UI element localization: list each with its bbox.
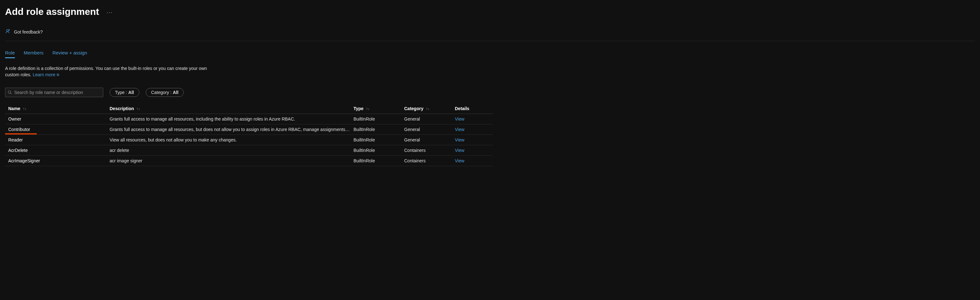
column-header-type[interactable]: Type↑↓: [353, 106, 404, 111]
role-description: Grants full access to manage all resourc…: [110, 127, 353, 132]
role-type: BuiltInRole: [353, 116, 404, 122]
sort-icon: ↑↓: [426, 106, 430, 110]
feedback-icon: [5, 29, 11, 35]
external-link-icon: ⧉: [57, 73, 59, 76]
search-wrapper: [5, 88, 103, 97]
role-description: Grants full access to manage all resourc…: [110, 116, 353, 122]
roles-table: Name↑↓ Description↑↓ Type↑↓ Category↑↓ D…: [5, 103, 493, 166]
sort-icon: ↑↓: [23, 106, 26, 110]
role-category: Containers: [404, 158, 455, 163]
sort-icon: ↑↓: [137, 106, 140, 110]
learn-more-link[interactable]: Learn more ⧉: [33, 72, 59, 77]
view-details-link[interactable]: View: [455, 116, 496, 122]
column-header-details: Details: [455, 106, 496, 111]
role-name: Owner: [8, 116, 110, 122]
column-header-name[interactable]: Name↑↓: [8, 106, 110, 111]
feedback-label: Got feedback?: [14, 29, 43, 35]
tab-members[interactable]: Members: [24, 50, 44, 58]
role-name: Contributor: [8, 127, 110, 132]
column-header-category[interactable]: Category↑↓: [404, 106, 455, 111]
role-category: Containers: [404, 148, 455, 153]
role-name: AcrImageSigner: [8, 158, 110, 163]
sort-icon: ↑↓: [366, 106, 370, 110]
role-category: General: [404, 127, 455, 132]
role-description: acr image signer: [110, 158, 353, 163]
tabs: RoleMembersReview + assign: [5, 50, 975, 58]
intro-text: A role definition is a collection of per…: [5, 65, 208, 78]
svg-point-1: [8, 90, 11, 93]
column-header-description[interactable]: Description↑↓: [110, 106, 353, 111]
view-details-link[interactable]: View: [455, 148, 496, 153]
feedback-link[interactable]: Got feedback?: [5, 27, 975, 41]
search-icon: [8, 90, 12, 95]
table-row[interactable]: ReaderView all resources, but does not a…: [5, 135, 493, 145]
table-row[interactable]: ContributorGrants full access to manage …: [5, 124, 493, 135]
role-description: acr delete: [110, 148, 353, 153]
view-details-link[interactable]: View: [455, 158, 496, 163]
role-name: AcrDelete: [8, 148, 110, 153]
table-row[interactable]: AcrImageSigneracr image signerBuiltInRol…: [5, 156, 493, 166]
role-type: BuiltInRole: [353, 148, 404, 153]
role-category: General: [404, 116, 455, 122]
role-category: General: [404, 137, 455, 143]
role-description: View all resources, but does not allow y…: [110, 137, 353, 143]
page-title: Add role assignment: [5, 6, 99, 17]
view-details-link[interactable]: View: [455, 127, 496, 132]
search-input[interactable]: [5, 88, 103, 97]
tab-review-assign[interactable]: Review + assign: [52, 50, 87, 58]
category-filter[interactable]: Category : All: [146, 88, 184, 97]
table-header: Name↑↓ Description↑↓ Type↑↓ Category↑↓ D…: [5, 103, 493, 114]
table-row[interactable]: OwnerGrants full access to manage all re…: [5, 114, 493, 124]
role-name: Reader: [8, 137, 110, 143]
more-actions-button[interactable]: ···: [107, 8, 113, 16]
svg-line-2: [10, 93, 12, 94]
type-filter[interactable]: Type : All: [110, 88, 139, 97]
svg-point-0: [6, 29, 8, 31]
table-row[interactable]: AcrDeleteacr deleteBuiltInRoleContainers…: [5, 145, 493, 156]
role-type: BuiltInRole: [353, 137, 404, 143]
role-type: BuiltInRole: [353, 158, 404, 163]
view-details-link[interactable]: View: [455, 137, 496, 143]
tab-role[interactable]: Role: [5, 50, 15, 58]
role-type: BuiltInRole: [353, 127, 404, 132]
